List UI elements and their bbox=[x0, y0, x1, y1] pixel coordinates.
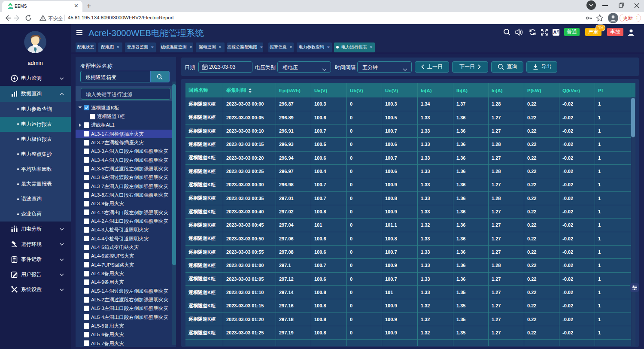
svg-text:A: A bbox=[553, 30, 557, 35]
